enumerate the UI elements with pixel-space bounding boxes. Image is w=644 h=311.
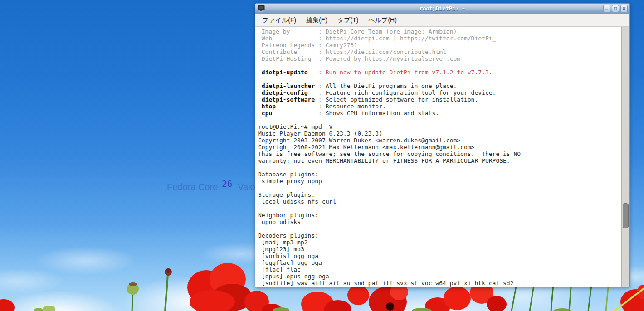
terminal-window: root@DietPi: ~ ファイル(F) 編集(E) タブ(T) ヘルプ(H… — [255, 3, 630, 287]
terminal-line: DietPi Hosting : Powered by https://myvi… — [258, 55, 629, 62]
terminal-line: Storage plugins: — [258, 191, 629, 198]
terminal-line: Copyright 2008-2021 Max Kellermann <max.… — [258, 144, 629, 151]
terminal-line: htop : Resource monitor. — [258, 103, 629, 110]
terminal-line: [mad] mp3 mp2 — [258, 239, 629, 246]
terminal-line: Neighbor plugins: — [258, 212, 629, 219]
terminal-line: Web : https://dietpi.com | https://twitt… — [258, 35, 629, 42]
terminal-line: Music Player Daemon 0.23.3 (0.23.3) — [258, 130, 629, 137]
terminal-line: upnp udisks — [258, 219, 629, 225]
menu-file[interactable]: ファイル(F) — [257, 15, 301, 26]
desktop-label: Fedora Core26Vaio — [167, 182, 255, 192]
terminal-line: dietpi-launcher : All the DietPi program… — [258, 83, 629, 89]
menu-edit[interactable]: 編集(E) — [301, 15, 332, 26]
scrollbar-thumb[interactable] — [623, 203, 629, 228]
maximize-button[interactable] — [612, 5, 619, 12]
terminal-line: [opus] opus ogg oga — [258, 273, 629, 280]
menu-help[interactable]: ヘルプ(H) — [363, 15, 401, 26]
terminal-line: warranty; not even MERCHANTABILITY or FI… — [258, 157, 629, 164]
terminal-line: local udisks nfs curl — [258, 198, 629, 205]
menu-tabs[interactable]: タブ(T) — [332, 15, 364, 26]
window-title: root@DietPi: ~ — [255, 4, 629, 14]
terminal-line: Decoders plugins: — [258, 232, 629, 239]
desktop-label-name: Fedora Core — [167, 182, 218, 192]
window-controls — [603, 5, 628, 12]
desktop-label-vaio: Vaio — [238, 182, 255, 192]
terminal-text: Image by : DietPi Core Team (pre-image: … — [255, 27, 629, 287]
terminal-line — [258, 62, 629, 69]
terminal-line: [oggflac] ogg oga — [258, 259, 629, 266]
minimize-button[interactable] — [603, 5, 610, 12]
terminal-line — [258, 225, 629, 232]
terminal-line: Contribute : https://dietpi.com/contribu… — [258, 49, 629, 55]
terminal-line: Copyright 2003-2007 Warren Dukes <warren… — [258, 137, 629, 144]
terminal-line: root@DietPi:~# mpd -V — [258, 123, 629, 130]
terminal-line: Image by : DietPi Core Team (pre-image: … — [258, 28, 629, 35]
terminal-line: Patreon Legends : Camry2731 — [258, 42, 629, 49]
terminal-line: [mpg123] mp3 — [258, 246, 629, 253]
terminal-line: [flac] flac — [258, 266, 629, 273]
terminal-line: dietpi-config : Feature rich configurati… — [258, 89, 629, 96]
terminal-line — [258, 164, 629, 171]
menubar: ファイル(F) 編集(E) タブ(T) ヘルプ(H) — [255, 14, 629, 27]
terminal-line: [vorbis] ogg oga — [258, 253, 629, 259]
terminal-line — [258, 117, 629, 123]
terminal-line: Database plugins: — [258, 171, 629, 178]
close-button[interactable] — [620, 5, 628, 12]
terminal-line — [258, 205, 629, 212]
desktop-label-version: 26 — [222, 179, 232, 189]
terminal-line: dietpi-software : Select optimized softw… — [258, 96, 629, 103]
terminal-line: dietpi-update : Run now to update DietPi… — [258, 69, 629, 76]
terminal-line — [258, 185, 629, 191]
terminal-line: simple proxy upnp — [258, 178, 629, 185]
terminal-line — [258, 76, 629, 83]
window-titlebar[interactable]: root@DietPi: ~ — [255, 4, 629, 14]
terminal-line: This is free software; see the source fo… — [258, 151, 629, 157]
terminal-line: [sndfile] wav aiff aif au snd paf iff sv… — [258, 280, 629, 287]
terminal-viewport[interactable]: Image by : DietPi Core Team (pre-image: … — [255, 27, 629, 287]
terminal-line: cpu : Shows CPU information and stats. — [258, 110, 629, 117]
terminal-scrollbar[interactable] — [621, 27, 629, 287]
